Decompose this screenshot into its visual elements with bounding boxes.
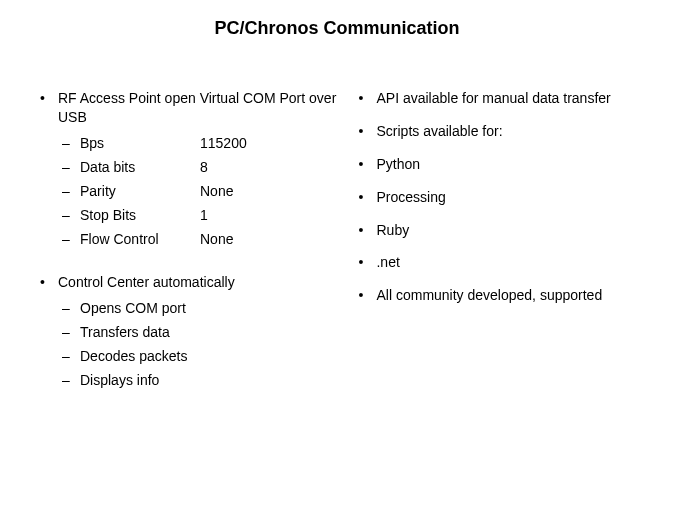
bullet-dot: • (358, 188, 376, 207)
dash-icon: – (62, 322, 80, 343)
sub-text: Opens COM port (80, 298, 338, 319)
right-bullet: • .net (358, 253, 634, 272)
right-bullet: • API available for manual data transfer (358, 89, 634, 108)
right-text: Ruby (376, 221, 634, 240)
right-text: Python (376, 155, 634, 174)
bullet-dot: • (358, 89, 376, 108)
left-section1-heading-text: RF Access Point open Virtual COM Port ov… (58, 89, 338, 127)
param-label: Flow Control (80, 229, 200, 250)
content-columns: • RF Access Point open Virtual COM Port … (40, 89, 634, 394)
param-label: Data bits (80, 157, 200, 178)
param-value: None (200, 229, 338, 250)
bullet-dot: • (40, 89, 58, 108)
sub-row: – Decodes packets (62, 346, 338, 367)
right-text: API available for manual data transfer (376, 89, 634, 108)
right-bullet: • Python (358, 155, 634, 174)
dash-icon: – (62, 157, 80, 178)
bullet-dot: • (358, 122, 376, 141)
left-section2-heading-text: Control Center automatically (58, 273, 338, 292)
sub-text: Displays info (80, 370, 338, 391)
param-label: Bps (80, 133, 200, 154)
sub-text: Decodes packets (80, 346, 338, 367)
param-label: Parity (80, 181, 200, 202)
sub-row: – Opens COM port (62, 298, 338, 319)
sub-row: – Displays info (62, 370, 338, 391)
left-section2-heading: • Control Center automatically (40, 273, 338, 292)
param-value: 115200 (200, 133, 338, 154)
dash-icon: – (62, 181, 80, 202)
left-column: • RF Access Point open Virtual COM Port … (40, 89, 338, 394)
right-bullet: • All community developed, supported (358, 286, 634, 305)
right-text: Scripts available for: (376, 122, 634, 141)
right-text: Processing (376, 188, 634, 207)
param-row: – Bps 115200 (62, 133, 338, 154)
right-text: All community developed, supported (376, 286, 634, 305)
bullet-dot: • (358, 286, 376, 305)
bullet-dot: • (358, 155, 376, 174)
bullet-dot: • (358, 221, 376, 240)
dash-icon: – (62, 370, 80, 391)
param-row: – Parity None (62, 181, 338, 202)
sub-row: – Transfers data (62, 322, 338, 343)
param-value: 8 (200, 157, 338, 178)
sub-text: Transfers data (80, 322, 338, 343)
bullet-dot: • (358, 253, 376, 272)
param-value: 1 (200, 205, 338, 226)
slide-title: PC/Chronos Communication (40, 18, 634, 39)
dash-icon: – (62, 346, 80, 367)
left-section1-heading: • RF Access Point open Virtual COM Port … (40, 89, 338, 127)
right-bullet: • Ruby (358, 221, 634, 240)
right-column: • API available for manual data transfer… (358, 89, 634, 394)
param-row: – Stop Bits 1 (62, 205, 338, 226)
dash-icon: – (62, 133, 80, 154)
dash-icon: – (62, 298, 80, 319)
param-row: – Data bits 8 (62, 157, 338, 178)
bullet-dot: • (40, 273, 58, 292)
dash-icon: – (62, 229, 80, 250)
dash-icon: – (62, 205, 80, 226)
param-row: – Flow Control None (62, 229, 338, 250)
right-text: .net (376, 253, 634, 272)
param-value: None (200, 181, 338, 202)
right-bullet: • Processing (358, 188, 634, 207)
right-bullet: • Scripts available for: (358, 122, 634, 141)
param-label: Stop Bits (80, 205, 200, 226)
